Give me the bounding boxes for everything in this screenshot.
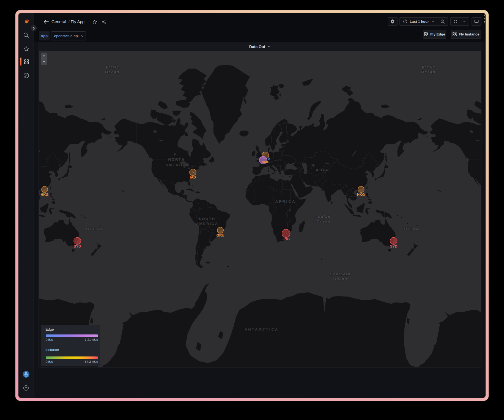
svg-text:Arctic: Arctic	[421, 65, 435, 69]
svg-text:JNB: JNB	[283, 237, 290, 241]
svg-text:?: ?	[25, 386, 27, 390]
svg-text:GRU: GRU	[217, 233, 224, 237]
svg-text:SOUTH: SOUTH	[199, 217, 216, 221]
svg-text:ANTARCTICA: ANTARCTICA	[245, 327, 279, 331]
svg-text:Ocean: Ocean	[333, 277, 347, 281]
svg-text:Ocean: Ocean	[421, 70, 436, 74]
svg-text:OCEAN: OCEAN	[86, 227, 103, 231]
svg-text:OCEAN: OCEAN	[402, 227, 420, 231]
svg-text:Ocean: Ocean	[316, 219, 330, 223]
svg-text:AFRICA: AFRICA	[275, 199, 296, 204]
svg-text:SYD: SYD	[390, 244, 398, 248]
svg-text:Indian: Indian	[316, 215, 331, 219]
svg-text:Ocean: Ocean	[105, 70, 120, 74]
svg-text:AMS: AMS	[262, 160, 270, 164]
svg-text:Southern: Southern	[330, 272, 350, 276]
svg-text:ASIA: ASIA	[316, 168, 329, 172]
svg-text:AMERICA: AMERICA	[196, 222, 218, 226]
svg-text:HKG: HKG	[41, 193, 49, 197]
svg-text:Arctic: Arctic	[105, 65, 119, 69]
svg-text:AMERICA: AMERICA	[165, 163, 188, 167]
svg-text:HKG: HKG	[357, 193, 365, 197]
svg-text:IAD: IAD	[190, 175, 196, 179]
svg-text:SYD: SYD	[74, 244, 81, 248]
svg-text:NORTH: NORTH	[168, 157, 185, 161]
